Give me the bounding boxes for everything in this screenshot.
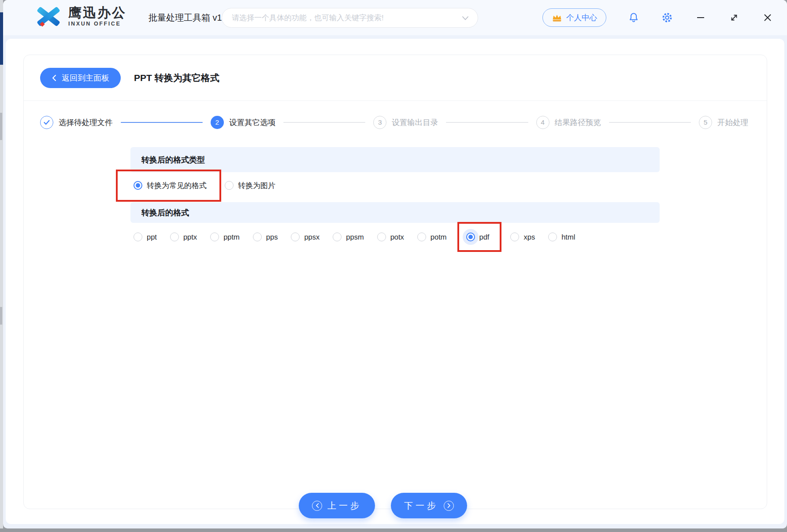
step-number: 3	[373, 116, 386, 129]
radio-unselected-icon[interactable]	[253, 233, 262, 241]
back-button-label: 返回到主面板	[62, 73, 109, 83]
radio-label: ppsx	[304, 233, 319, 241]
back-to-dashboard-button[interactable]: 返回到主面板	[40, 68, 121, 88]
step-connector	[446, 122, 528, 123]
radio-unselected-icon[interactable]	[510, 233, 519, 241]
radio-html[interactable]: html	[548, 233, 575, 241]
radio-label: pptx	[183, 233, 197, 241]
content-panel: 返回到主面板 PPT 转换为其它格式 选择待处理文件 2 设置其它选项	[6, 39, 784, 524]
chevron-down-icon[interactable]	[462, 15, 469, 21]
minimize-button[interactable]	[694, 11, 707, 24]
close-button[interactable]	[761, 11, 774, 24]
radio-ppt[interactable]: ppt	[134, 233, 157, 241]
radio-label: 转换为图片	[238, 181, 275, 191]
prev-step-label: 上一步	[327, 500, 362, 512]
step-connector	[121, 122, 203, 123]
radio-label: 转换为常见的格式	[147, 181, 207, 191]
format-type-section-title: 转换后的格式类型	[130, 147, 660, 172]
radio-unselected-icon[interactable]	[210, 233, 219, 241]
brand: 鹰迅办公 INXUN OFFICE	[35, 5, 126, 28]
radio-unselected-icon[interactable]	[377, 233, 386, 241]
radio-xps[interactable]: xps	[510, 233, 535, 241]
brand-name-en: INXUN OFFICE	[68, 21, 126, 27]
wizard-card: 返回到主面板 PPT 转换为其它格式 选择待处理文件 2 设置其它选项	[23, 55, 767, 509]
radio-label: ppt	[147, 233, 157, 241]
radio-selected-icon[interactable]	[466, 233, 475, 241]
next-step-button[interactable]: 下一步	[391, 493, 467, 518]
wizard-footer: 上一步 下一步	[299, 493, 467, 518]
radio-label: pdf	[479, 233, 490, 241]
radio-pps[interactable]: pps	[253, 233, 278, 241]
red-annotation-box: pdf	[457, 222, 502, 252]
screen-edge-bottom	[0, 528, 787, 532]
screen-edge-accent	[0, 12, 3, 65]
screen-edge-mark	[0, 113, 2, 140]
search-input[interactable]	[232, 14, 457, 22]
settings-gear-icon[interactable]	[661, 11, 673, 24]
radio-label: ppsm	[346, 233, 364, 241]
maximize-button[interactable]	[728, 11, 740, 24]
red-annotation-box: 转换为常见的格式	[116, 170, 221, 202]
format-radio-group: ppt pptx pptm pps	[130, 231, 660, 243]
radio-unselected-icon[interactable]	[333, 233, 342, 241]
step-label: 设置输出目录	[392, 117, 438, 128]
brand-logo-icon	[35, 5, 62, 28]
personal-center-button[interactable]: 个人中心	[542, 8, 606, 27]
radio-label: potx	[390, 233, 404, 241]
card-header: 返回到主面板 PPT 转换为其它格式	[24, 55, 767, 101]
radio-ppsx[interactable]: ppsx	[291, 233, 319, 241]
radio-label: xps	[523, 233, 535, 241]
step-label: 选择待处理文件	[59, 117, 113, 128]
radio-selected-icon[interactable]	[134, 181, 142, 190]
format-type-radio-group: 转换为常见的格式 转换为图片	[130, 179, 660, 192]
radio-unselected-icon[interactable]	[225, 181, 234, 190]
circle-chevron-right-icon	[444, 501, 454, 511]
step-3-output-dir[interactable]: 3 设置输出目录	[373, 116, 438, 129]
format-section-title: 转换后的格式	[130, 202, 660, 223]
brand-text: 鹰迅办公 INXUN OFFICE	[68, 6, 126, 27]
wizard-stepper: 选择待处理文件 2 设置其它选项 3 设置输出目录 4 结果路径预览	[24, 101, 767, 144]
app-window: 鹰迅办公 INXUN OFFICE 批量处理工具箱 v1.12.1 个人中心	[3, 0, 787, 528]
radio-unselected-icon[interactable]	[417, 233, 426, 241]
step-connector	[609, 122, 691, 123]
radio-label: pptm	[223, 233, 240, 241]
app-header: 鹰迅办公 INXUN OFFICE 批量处理工具箱 v1.12.1 个人中心	[3, 0, 787, 35]
radio-unselected-icon[interactable]	[134, 233, 142, 241]
radio-pptx[interactable]: pptx	[170, 233, 197, 241]
notification-bell-icon[interactable]	[627, 11, 640, 24]
radio-unselected-icon[interactable]	[170, 233, 179, 241]
screen-edge-mark	[0, 307, 2, 325]
step-2-set-options[interactable]: 2 设置其它选项	[211, 116, 275, 129]
radio-label: potm	[431, 233, 447, 241]
radio-to-image[interactable]: 转换为图片	[225, 181, 275, 191]
step-check-icon	[40, 116, 53, 129]
radio-potm[interactable]: potm	[417, 233, 447, 241]
step-5-start-processing[interactable]: 5 开始处理	[699, 116, 748, 129]
step-label: 设置其它选项	[229, 117, 275, 128]
options-area: 转换后的格式类型 转换为常见的格式 转换为图片 转换后的格式	[130, 147, 660, 243]
radio-unselected-icon[interactable]	[548, 233, 557, 241]
radio-ppsm[interactable]: ppsm	[333, 233, 364, 241]
chevron-left-icon	[52, 74, 56, 81]
radio-pptm[interactable]: pptm	[210, 233, 240, 241]
step-number: 5	[699, 116, 712, 129]
step-1-select-files[interactable]: 选择待处理文件	[40, 116, 113, 129]
step-label: 开始处理	[717, 117, 748, 128]
radio-pdf[interactable]: pdf	[466, 233, 490, 241]
circle-chevron-left-icon	[312, 501, 322, 511]
step-number: 2	[211, 116, 224, 129]
function-search-combobox[interactable]	[222, 8, 478, 28]
step-4-result-preview[interactable]: 4 结果路径预览	[536, 116, 601, 129]
next-step-label: 下一步	[404, 500, 438, 512]
personal-center-label: 个人中心	[566, 12, 597, 23]
header-actions: 个人中心	[542, 0, 774, 35]
prev-step-button[interactable]: 上一步	[299, 493, 375, 518]
screen-edge-left	[0, 0, 3, 528]
step-label: 结果路径预览	[555, 117, 601, 128]
radio-unselected-icon[interactable]	[291, 233, 300, 241]
radio-potx[interactable]: potx	[377, 233, 404, 241]
step-number: 4	[536, 116, 549, 129]
radio-common-format[interactable]: 转换为常见的格式	[134, 181, 207, 191]
brand-name-zh: 鹰迅办公	[68, 6, 126, 19]
radio-label: html	[561, 233, 575, 241]
